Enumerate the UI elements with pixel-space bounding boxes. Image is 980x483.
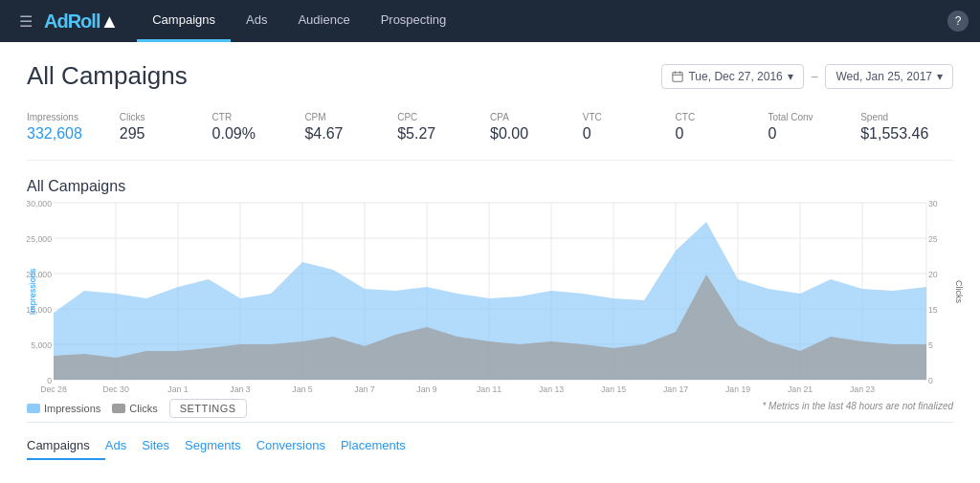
metric-clicks-label: Clicks xyxy=(120,112,205,122)
svg-text:Jan 23: Jan 23 xyxy=(850,384,875,394)
bottom-tab-segments[interactable]: Segments xyxy=(185,434,256,460)
page-title: All Campaigns xyxy=(27,61,188,91)
svg-text:Jan 17: Jan 17 xyxy=(663,384,688,394)
metric-total-conv-label: Total Conv xyxy=(768,112,853,122)
bottom-tabs: Campaigns Ads Sites Segments Conversions… xyxy=(27,422,953,460)
top-nav: ☰ AdRoll▲ Campaigns Ads Audience Prospec… xyxy=(0,0,980,42)
svg-text:30: 30 xyxy=(928,199,938,209)
date-range: Tue, Dec 27, 2016 ▾ – Wed, Jan 25, 2017 … xyxy=(661,64,953,89)
svg-text:15: 15 xyxy=(928,305,938,315)
impressions-swatch xyxy=(27,404,40,413)
metric-spend: Spend $1,553.46 xyxy=(860,108,953,146)
nav-tab-audience[interactable]: Audience xyxy=(282,0,365,42)
metrics-row: Impressions 332,608 Clicks 295 CTR 0.09%… xyxy=(27,108,953,161)
svg-text:Jan 9: Jan 9 xyxy=(416,384,436,394)
metrics-note: * Metrics in the last 48 hours are not f… xyxy=(762,401,953,411)
date-end-label: Wed, Jan 25, 2017 xyxy=(835,70,932,83)
metric-total-conv-value: 0 xyxy=(768,125,853,143)
calendar-icon xyxy=(672,71,683,82)
svg-text:Dec 30: Dec 30 xyxy=(102,384,129,394)
svg-text:Jan 19: Jan 19 xyxy=(725,384,750,394)
chart-title: All Campaigns xyxy=(27,178,953,195)
metric-cpa-label: CPA xyxy=(490,112,575,122)
svg-text:30,000: 30,000 xyxy=(26,199,52,209)
legend-clicks-label: Clicks xyxy=(129,403,157,414)
metric-cpa-value: $0.00 xyxy=(490,125,575,143)
chart-legend: Impressions Clicks SETTINGS xyxy=(27,399,247,418)
nav-tabs: Campaigns Ads Audience Prospecting xyxy=(137,0,461,42)
date-separator: – xyxy=(812,70,818,83)
svg-rect-0 xyxy=(673,72,682,80)
bottom-tab-sites[interactable]: Sites xyxy=(142,434,185,460)
metric-ctr: CTR 0.09% xyxy=(212,108,305,146)
chart-svg: 30,000 25,000 20,000 15,000 5,000 0 30 2… xyxy=(54,203,926,380)
date-start-label: Tue, Dec 27, 2016 xyxy=(688,70,782,83)
help-button[interactable]: ? xyxy=(947,11,969,32)
chart-container: Impressions Clicks 30,000 25,000 20,000 … xyxy=(27,203,953,380)
metric-cpa: CPA $0.00 xyxy=(490,108,583,146)
main-content: All Campaigns Tue, Dec 27, 2016 ▾ – Wed,… xyxy=(0,42,980,483)
legend-impressions-label: Impressions xyxy=(44,403,100,414)
svg-text:25: 25 xyxy=(928,234,938,244)
legend-clicks: Clicks xyxy=(112,403,157,414)
svg-text:Jan 3: Jan 3 xyxy=(230,384,250,394)
svg-text:Jan 13: Jan 13 xyxy=(539,384,564,394)
metric-total-conv: Total Conv 0 xyxy=(768,108,860,146)
metric-cpc-value: $5.27 xyxy=(397,125,482,143)
metric-ctc: CTC 0 xyxy=(676,108,768,146)
metric-clicks-value: 295 xyxy=(120,125,205,143)
hamburger-icon[interactable]: ☰ xyxy=(11,12,40,31)
svg-text:5: 5 xyxy=(928,340,933,350)
legend-impressions: Impressions xyxy=(27,403,100,414)
clicks-swatch xyxy=(112,404,125,413)
metric-cpm: CPM $4.67 xyxy=(304,108,397,146)
metric-cpm-value: $4.67 xyxy=(304,125,390,143)
metric-ctr-label: CTR xyxy=(212,112,298,122)
settings-button[interactable]: SETTINGS xyxy=(169,399,247,418)
metric-cpc-label: CPC xyxy=(397,112,482,122)
date-end-chevron: ▾ xyxy=(937,70,943,83)
metric-ctc-value: 0 xyxy=(676,125,761,143)
metric-ctc-label: CTC xyxy=(676,112,761,122)
page-header: All Campaigns Tue, Dec 27, 2016 ▾ – Wed,… xyxy=(27,61,953,91)
metric-impressions-label: Impressions xyxy=(27,112,112,122)
svg-text:Jan 15: Jan 15 xyxy=(601,384,626,394)
svg-text:25,000: 25,000 xyxy=(26,234,52,244)
nav-tab-prospecting[interactable]: Prospecting xyxy=(366,0,462,42)
metric-clicks: Clicks 295 xyxy=(120,108,212,146)
svg-text:0: 0 xyxy=(928,376,933,385)
nav-tab-ads[interactable]: Ads xyxy=(231,0,282,42)
bottom-tab-campaigns[interactable]: Campaigns xyxy=(27,434,105,460)
nav-tab-campaigns[interactable]: Campaigns xyxy=(137,0,231,42)
bottom-tab-placements[interactable]: Placements xyxy=(341,434,421,460)
y-axis-right-label: Clicks xyxy=(954,280,964,303)
metric-vtc-value: 0 xyxy=(583,125,668,143)
nav-right: ? xyxy=(947,11,969,32)
y-axis-left-label: Impressions xyxy=(28,268,37,315)
svg-text:Jan 21: Jan 21 xyxy=(788,384,813,394)
logo: AdRoll▲ xyxy=(44,11,118,33)
metric-ctr-value: 0.09% xyxy=(212,125,298,143)
metric-spend-label: Spend xyxy=(860,112,946,122)
metric-cpc: CPC $5.27 xyxy=(397,108,490,146)
svg-text:Dec 28: Dec 28 xyxy=(40,384,67,394)
svg-text:Jan 5: Jan 5 xyxy=(292,384,312,394)
svg-text:Jan 1: Jan 1 xyxy=(167,384,188,394)
bottom-tab-conversions[interactable]: Conversions xyxy=(256,434,341,460)
date-start-button[interactable]: Tue, Dec 27, 2016 ▾ xyxy=(661,64,803,89)
bottom-tab-ads[interactable]: Ads xyxy=(105,434,142,460)
date-start-chevron: ▾ xyxy=(788,70,793,83)
metric-vtc-label: VTC xyxy=(583,112,668,122)
metric-impressions-value: 332,608 xyxy=(27,125,112,143)
metric-impressions: Impressions 332,608 xyxy=(27,108,120,146)
chart-section: All Campaigns Impressions Clicks 30,000 … xyxy=(27,178,953,380)
metric-vtc: VTC 0 xyxy=(583,108,676,146)
svg-text:Jan 7: Jan 7 xyxy=(354,384,374,394)
svg-text:Jan 11: Jan 11 xyxy=(477,384,501,394)
metric-spend-value: $1,553.46 xyxy=(860,125,946,143)
date-end-button[interactable]: Wed, Jan 25, 2017 ▾ xyxy=(825,64,953,89)
svg-text:20: 20 xyxy=(928,270,938,279)
metric-cpm-label: CPM xyxy=(304,112,390,122)
svg-text:5,000: 5,000 xyxy=(31,340,52,350)
